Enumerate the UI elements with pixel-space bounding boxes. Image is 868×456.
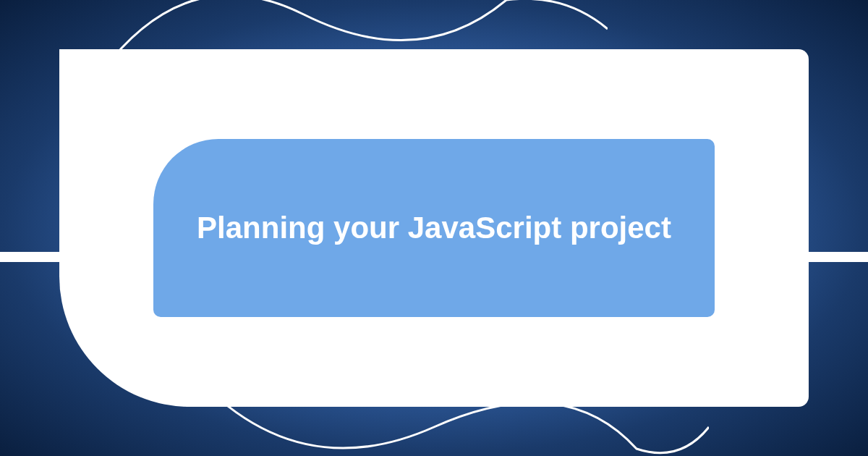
inner-card: Planning your JavaScript project (153, 139, 715, 317)
decorative-bar-left (0, 252, 65, 262)
page-title: Planning your JavaScript project (197, 208, 671, 249)
decorative-bar-right (803, 252, 868, 262)
